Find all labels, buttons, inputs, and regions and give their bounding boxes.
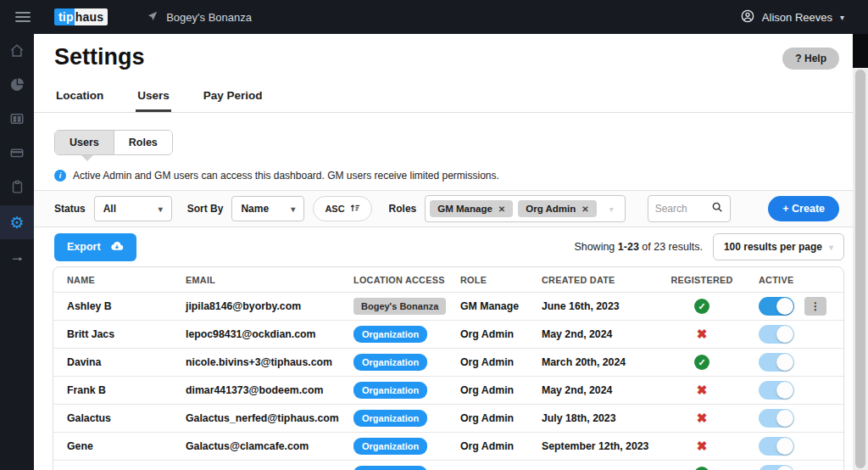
info-banner: i Active Admin and GM users can access t… [54,170,853,182]
cell-active [745,409,843,428]
sidebar-item-payments[interactable] [0,137,34,171]
navigation-arrow-icon [147,10,159,25]
role-chip-org-admin[interactable]: Org Admin ✕ [518,200,596,217]
remove-chip-icon[interactable]: ✕ [581,204,588,214]
scrollbar-thumb[interactable] [855,70,865,468]
cell-location-access: Organization [340,382,447,399]
roles-multiselect[interactable]: GM Manage ✕ Org Admin ✕ ▾ [425,195,625,222]
active-toggle[interactable] [759,409,794,428]
remove-chip-icon[interactable]: ✕ [498,204,505,214]
search-field[interactable] [648,195,731,222]
table-header-row: NAME EMAIL LOCATION ACCESS ROLE CREATED … [53,267,843,292]
create-button[interactable]: + Create [768,196,839,221]
location-switcher[interactable]: Bogey's Bonanza [147,10,252,25]
status-select[interactable]: All ▾ [94,196,172,221]
tab-users[interactable]: Users [136,84,171,112]
cell-registered: ✖ [659,411,745,426]
active-toggle[interactable] [759,297,794,316]
tab-pay-period[interactable]: Pay Period [202,84,264,112]
col-header-location-access: LOCATION ACCESS [340,275,447,285]
scrollbar-track[interactable] [853,68,868,470]
location-access-chip[interactable]: Organization [353,354,427,371]
location-access-chip[interactable]: Organization [353,382,427,399]
arrow-right-icon: → [9,249,25,264]
col-header-role: ROLE [447,275,528,285]
search-input[interactable] [655,203,706,215]
row-menu-button[interactable]: ⋮ [804,297,826,316]
role-chip-gm-manage[interactable]: GM Manage ✕ [430,200,513,217]
sidebar-item-reports[interactable] [0,171,34,205]
search-icon [711,201,723,216]
toggle-knob [776,354,793,371]
location-access-chip[interactable]: Organization [353,438,427,455]
sidebar-item-logout[interactable]: → [0,239,34,273]
app-window: tiphaus Bogey's Bonanza Alison Reeves ▾ [0,0,868,470]
sidebar-item-settings[interactable]: ⚙ [0,205,34,239]
tab-location[interactable]: Location [54,84,105,112]
cell-active [745,465,843,470]
registered-status-icon: ✓ [694,299,709,314]
active-toggle[interactable] [759,381,794,400]
toggle-knob [776,382,793,399]
col-header-name: NAME [53,275,172,285]
cell-created-date: September 12th, 2023 [528,440,659,452]
user-avatar-icon [741,9,754,25]
table-row[interactable]: Galactus Galactus_nerfed@tiphaus.com Org… [53,404,843,432]
role-chip-label: Org Admin [526,204,576,214]
export-button[interactable]: Export [54,233,136,261]
registered-status-icon: ✓ [694,467,709,470]
cell-role: Org Admin [447,356,528,368]
col-header-email: EMAIL [172,275,340,285]
tabs-bar: Location Users Pay Period [34,84,853,113]
logo-right: haus [75,8,108,25]
cell-active [745,353,843,372]
table-row[interactable]: Geoff sowive1096@btoal.com Organization … [53,460,843,470]
table-toolbar: Export Showing 1-23 of 23 results. 100 r… [34,227,853,266]
toggle-knob [776,298,793,315]
table-row[interactable]: Britt Jacs lepoc98431@ockdian.com Organi… [53,320,843,348]
sidebar-item-home[interactable] [0,36,34,70]
active-toggle[interactable] [759,437,794,456]
cell-location-access: Organization [340,466,447,470]
active-toggle[interactable] [759,465,794,470]
cell-created-date: March 20th, 2024 [528,356,659,368]
current-location-label: Bogey's Bonanza [166,11,252,24]
per-page-select[interactable]: 100 results per page ▾ [713,233,844,260]
cell-email: Galactus_nerfed@tiphaus.com [172,412,340,424]
sidebar-item-grid[interactable] [0,104,34,137]
toggle-knob [776,438,793,455]
page-title: Settings [54,44,853,70]
active-toggle[interactable] [759,353,794,372]
cell-role: GM Manage [447,300,528,312]
cell-name: Gene [53,440,172,452]
tiphaus-logo[interactable]: tiphaus [54,8,108,25]
table-row[interactable]: Frank B dimar441373@bodeem.com Organizat… [53,376,843,404]
results-summary: Showing 1-23 of 23 results. [574,241,703,253]
status-label: Status [54,203,86,215]
chevron-down-icon[interactable]: ▾ [602,204,621,214]
cell-email: Galactus@clamcafe.com [172,440,340,452]
location-access-chip[interactable]: Organization [353,410,427,427]
hamburger-menu-icon[interactable] [15,12,31,22]
location-access-chip[interactable]: Bogey's Bonanza [353,298,446,315]
location-access-chip[interactable]: Organization [353,326,427,343]
location-access-chip[interactable]: Organization [353,466,427,470]
help-button[interactable]: ? Help [782,48,839,70]
table-row[interactable]: Davina nicole.bivins+3@tiphaus.com Organ… [53,348,843,376]
active-toggle[interactable] [759,325,794,344]
registered-status-icon: ✖ [697,411,708,425]
user-menu[interactable]: Alison Reeves ▾ [741,9,844,25]
cell-location-access: Organization [340,438,447,455]
status-value: All [103,203,116,215]
cell-created-date: May 2nd, 2024 [528,328,659,340]
table-row[interactable]: Gene Galactus@clamcafe.com Organization … [53,432,843,460]
filter-bar: Status All ▾ Sort By Name ▾ ASC Roles [34,190,853,227]
sort-direction-button[interactable]: ASC [313,196,371,221]
table-row[interactable]: Ashley B jipila8146@byorby.com Bogey's B… [53,292,843,320]
subtab-users[interactable]: Users [55,131,114,154]
sortby-select[interactable]: Name ▾ [231,196,304,221]
subtab-roles[interactable]: Roles [114,131,172,154]
pie-chart-icon [9,77,25,96]
sidebar-item-analytics[interactable] [0,70,34,104]
active-subtab-pointer [81,155,93,161]
